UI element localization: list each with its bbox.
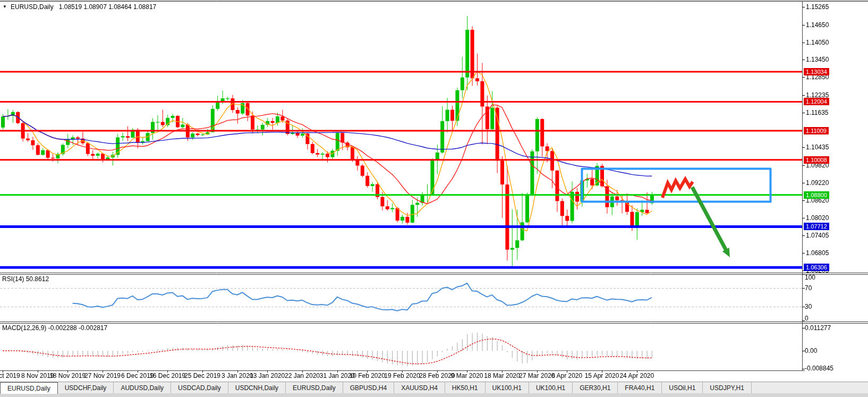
ohlc-open: 1.08519 — [59, 3, 82, 11]
chart-tab-label: USDCAD,Daily — [178, 384, 221, 392]
ohlc-high: 1.08907 — [83, 3, 106, 11]
chart-tab[interactable]: EURUSD,Daily — [0, 382, 58, 394]
chart-tab-label: USDCNH,Daily — [235, 384, 278, 392]
date-axis-label: 18 Mar 2020 — [484, 372, 520, 379]
date-axis-label: 28 Feb 2020 — [419, 372, 455, 379]
chart-tab[interactable]: UK100,H1 — [529, 382, 573, 394]
date-axis-label: 15 Apr 2020 — [585, 372, 619, 379]
date-axis-label: 16 Dec 2019 — [149, 372, 185, 379]
chart-tab[interactable]: HK50,H1 — [445, 382, 486, 394]
chart-tab[interactable]: USDCAD,Daily — [171, 382, 228, 394]
rsi-label: RSI(14) 50.8612 — [2, 275, 49, 283]
chart-tab[interactable]: XAUUSD,H4 — [394, 382, 445, 394]
chart-tab[interactable]: GER30,H1 — [573, 382, 618, 394]
ohlc-close: 1.08817 — [133, 3, 156, 11]
date-axis-label: 25 Dec 2019 — [184, 372, 220, 379]
chart-tab[interactable]: GBPUSD,H4 — [343, 382, 394, 394]
price-level-badge: 1.13034 — [804, 68, 829, 75]
date-axis-label: 13 Jan 2020 — [250, 372, 285, 379]
chart-tab[interactable]: USDCHF,Daily — [58, 382, 114, 394]
chart-tab-label: XAUUSD,H4 — [401, 384, 438, 392]
terminal-window: ▼ EURUSD,Daily 1.08519 1.08907 1.08464 1… — [0, 0, 868, 397]
ohlc-low: 1.08464 — [108, 3, 131, 11]
chart-tab[interactable]: USOil,H1 — [662, 382, 703, 394]
chart-tab[interactable]: USDCNH,Daily — [228, 382, 286, 394]
price-level-badge: 1.07712 — [804, 223, 829, 230]
chart-tab-label: AUDUSD,Daily — [121, 384, 164, 392]
chart-canvas[interactable] — [0, 0, 868, 397]
macd-axis-label: 0.011277 — [805, 324, 831, 332]
date-axis-label: 18 Nov 2019 — [49, 372, 86, 379]
chart-tab-label: USDJPY,H1 — [710, 384, 744, 392]
price-axis-label: 1.08020 — [806, 214, 829, 222]
price-axis-label: 1.06805 — [806, 249, 829, 257]
chart-tab-label: EURUSD,Daily — [7, 385, 50, 392]
date-axis-label: 27 Nov 2019 — [84, 372, 121, 379]
chart-tab-label: UK100,H1 — [536, 384, 565, 392]
price-axis-label: 1.15265 — [806, 3, 829, 11]
date-axis-label: 24 Apr 2020 — [619, 372, 654, 379]
chart-tab[interactable]: AUDUSD,Daily — [114, 382, 171, 394]
chart-dropdown-icon[interactable]: ▼ — [3, 4, 7, 9]
chart-tab-label: FRA40,H1 — [625, 384, 654, 392]
date-axis-label: 22 Jan 2020 — [285, 372, 320, 379]
macd-indicator-name: MACD(12,26,9) — [2, 324, 46, 332]
chart-tab[interactable]: FRA40,H1 — [618, 382, 662, 394]
price-axis-label: 1.14050 — [806, 39, 829, 46]
rsi-indicator-name: RSI(14) — [2, 275, 24, 283]
chart-tab-label: USOil,H1 — [669, 384, 695, 392]
date-axis-label: 9 Mar 2020 — [451, 372, 483, 379]
chart-tab-label: USDCHF,Daily — [65, 384, 107, 392]
date-axis-label: 19 Feb 2020 — [384, 372, 420, 379]
price-axis-label: 1.10435 — [806, 143, 829, 151]
rsi-axis-label: 0 — [805, 315, 809, 322]
rsi-axis-label: 70 — [805, 284, 812, 292]
chart-tab-label: GER30,H1 — [580, 384, 610, 392]
price-level-badge: 1.10008 — [804, 156, 829, 164]
price-axis-label: 1.11635 — [806, 109, 829, 116]
rsi-axis-label: 30 — [805, 303, 812, 310]
symbol-timeframe-label: EURUSD,Daily — [11, 3, 54, 11]
chart-tab-bar: EURUSD,DailyUSDCHF,DailyAUDUSD,DailyUSDC… — [0, 382, 868, 394]
rsi-axis-label: 100 — [805, 274, 815, 281]
macd-label: MACD(12,26,9) -0.002288 -0.002817 — [2, 324, 107, 332]
price-axis-label: 1.14650 — [806, 21, 829, 29]
chart-tab-label: UK100,H1 — [492, 384, 522, 392]
window-top-edge — [0, 0, 868, 1]
date-axis-label: 27 Mar 2020 — [519, 372, 555, 379]
date-axis-label: 6 Apr 2020 — [551, 372, 582, 379]
chart-title: EURUSD,Daily 1.08519 1.08907 1.08464 1.0… — [11, 3, 156, 11]
price-level-badge: 1.11009 — [804, 127, 829, 134]
macd-axis-label: 0.00 — [805, 347, 817, 354]
price-axis-label: 1.09220 — [806, 179, 829, 187]
chart-tab-label: HK50,H1 — [452, 384, 478, 392]
price-level-badge: 1.06306 — [804, 264, 829, 271]
date-axis-label: 30 Oct 2019 — [0, 372, 20, 379]
chart-tab[interactable]: UK100,H1 — [486, 382, 529, 394]
price-axis-label: 1.13450 — [806, 56, 829, 63]
macd-axis-label: -0.008845 — [805, 365, 833, 372]
price-level-badge: 1.08800 — [804, 191, 829, 199]
price-axis-label: 1.07405 — [806, 232, 829, 239]
date-axis-label: 3 Jan 2020 — [222, 372, 253, 379]
date-axis-label: 10 Feb 2020 — [349, 372, 385, 379]
chart-tab[interactable]: EURUSD,Daily — [286, 382, 343, 394]
chart-tab[interactable]: USDJPY,H1 — [703, 382, 751, 394]
price-level-badge: 1.12004 — [804, 98, 829, 105]
chart-tab-label: GBPUSD,H4 — [350, 384, 387, 392]
rsi-current-value: 50.8612 — [26, 275, 49, 283]
chart-tab-label: EURUSD,Daily — [293, 384, 336, 392]
window-bottom-edge — [0, 393, 868, 397]
macd-current-values: -0.002288 -0.002817 — [48, 324, 107, 332]
